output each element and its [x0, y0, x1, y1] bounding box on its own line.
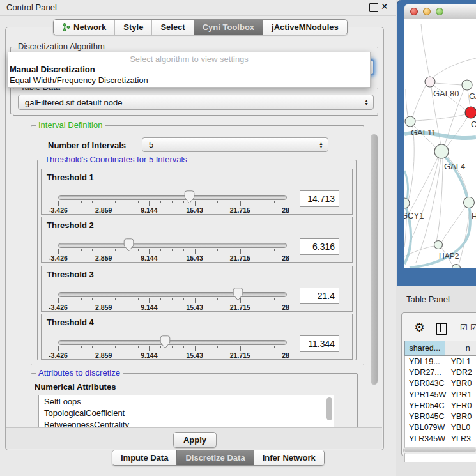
tab-impute-data[interactable]: Impute Data: [112, 450, 176, 465]
threshold-value-field[interactable]: 6.316: [300, 238, 339, 255]
table-row[interactable]: YPR145WYPR1: [405, 389, 476, 400]
slider-thumb[interactable]: [160, 335, 171, 349]
minor-tick: [70, 201, 70, 203]
table-row[interactable]: YDL19...YDL1: [405, 356, 476, 367]
tick-label: 9.144: [130, 351, 168, 359]
node-label: GAL4: [444, 162, 465, 171]
popup-option-equal-width-frequency-discretization[interactable]: Equal Width/Frequency Discretization: [8, 75, 370, 86]
network-canvas[interactable]: GAL80GACGAL11GAL4GCY1HHAP2: [404, 19, 476, 268]
slider-thumb[interactable]: [233, 288, 243, 301]
minor-tick: [252, 249, 252, 251]
tick-label: 21.715: [221, 351, 259, 359]
panel-scrollbar-thumb[interactable]: [371, 134, 378, 385]
minor-tick: [127, 298, 127, 300]
columns-icon-divider: [440, 323, 441, 332]
network-node-gal80[interactable]: [425, 77, 435, 87]
table-row[interactable]: YDR27...YDR2: [405, 367, 476, 378]
tick-label: 2.859: [84, 254, 123, 262]
column-header-name[interactable]: n: [445, 341, 476, 356]
tick-label: 9.144: [130, 254, 168, 262]
network-node-h[interactable]: [464, 197, 475, 208]
cell-shared-name: YDR27...: [405, 367, 447, 378]
tab-infer-network[interactable]: Infer Network: [254, 450, 324, 465]
control-panel-titlebar: Control Panel ✕: [0, 0, 396, 16]
table-row[interactable]: YLR345WYLR3: [405, 433, 476, 444]
minimize-traffic-light[interactable]: [423, 8, 431, 15]
gear-icon[interactable]: ⚙: [414, 320, 425, 335]
network-node-hap2[interactable]: [434, 241, 443, 249]
minor-tick: [172, 249, 173, 251]
table-row[interactable]: YBL079WYBL0: [405, 422, 476, 433]
major-tick: [58, 346, 59, 351]
attribute-item-selfloops[interactable]: SelfLoops: [39, 395, 334, 407]
cell-name: YBR0: [447, 411, 476, 422]
tab-style[interactable]: Style: [114, 20, 151, 35]
attribute-item-topologicalcoefficient[interactable]: TopologicalCoefficient: [39, 407, 334, 418]
slider-track[interactable]: [58, 292, 287, 297]
column-header-shared[interactable]: shared...: [404, 341, 445, 356]
network-node[interactable]: [452, 265, 461, 268]
float-window-icon[interactable]: [369, 3, 378, 12]
slider-track[interactable]: [58, 243, 287, 248]
tab-select[interactable]: Select: [151, 20, 193, 35]
cell-name: YLR3: [447, 433, 476, 444]
columns-icon[interactable]: [436, 323, 447, 335]
minor-tick: [229, 298, 229, 300]
tick-label: 28: [266, 303, 305, 311]
network-node-ga[interactable]: [462, 80, 472, 90]
close-traffic-light[interactable]: [410, 8, 418, 15]
tab-label: Network: [73, 22, 106, 32]
select-all-check-icon[interactable]: ☑: [460, 323, 468, 332]
table-row[interactable]: YBR045CYBR0: [405, 411, 476, 422]
table-hscrollbar-thumb[interactable]: [404, 447, 476, 452]
network-node-c[interactable]: [465, 107, 476, 118]
major-tick: [286, 346, 286, 351]
minor-tick: [263, 249, 263, 251]
minor-tick: [92, 201, 93, 203]
select-none-check-icon[interactable]: ☑: [470, 323, 476, 332]
table-data-select[interactable]: galFiltered.sif default node ▲▼: [18, 95, 374, 110]
tab-discretize-data[interactable]: Discretize Data: [176, 450, 253, 465]
major-tick: [104, 201, 104, 206]
numerical-attributes-label: Numerical Attributes: [35, 382, 116, 392]
slider-track[interactable]: [58, 195, 287, 200]
threshold-value-field[interactable]: 11.344: [300, 335, 339, 352]
network-node-gal11[interactable]: [405, 116, 415, 127]
minor-tick: [274, 346, 275, 348]
tick-label: 2.859: [84, 351, 123, 359]
minor-tick: [172, 298, 173, 300]
network-node-gal4[interactable]: [434, 144, 449, 158]
attributes-listbox[interactable]: SelfLoopsTopologicalCoefficientBetweenne…: [38, 395, 334, 427]
major-tick: [149, 249, 150, 254]
threshold-value-field[interactable]: 21.4: [300, 288, 339, 304]
network-edge: [433, 58, 476, 78]
slider-track[interactable]: [58, 340, 287, 345]
threshold-value-field[interactable]: 14.713: [300, 190, 339, 207]
slider-thumb[interactable]: [123, 238, 134, 252]
zoom-traffic-light[interactable]: [436, 8, 443, 15]
popup-option-manual-discretization[interactable]: Manual Discretization: [8, 65, 370, 75]
num-intervals-select[interactable]: 5 ▲▼: [142, 137, 328, 152]
apply-button[interactable]: Apply: [173, 432, 217, 448]
attribute-item-betweennesscentrality[interactable]: BetweennessCentrality: [39, 418, 334, 427]
tab-jactivemnodules[interactable]: jActiveMNodules: [263, 20, 347, 35]
close-icon[interactable]: ✕: [381, 1, 388, 12]
attributes-scrollbar[interactable]: [326, 397, 332, 420]
minor-tick: [81, 346, 82, 348]
slider-thumb[interactable]: [184, 190, 195, 204]
major-tick: [286, 201, 286, 206]
major-tick: [58, 249, 59, 254]
table-row[interactable]: YER054CYER0: [405, 400, 476, 411]
network-window-titlebar: [404, 4, 476, 19]
minor-tick: [115, 346, 116, 348]
minor-tick: [127, 201, 127, 203]
minor-tick: [115, 249, 116, 251]
node-label: HAP2: [439, 252, 459, 261]
minor-tick: [70, 298, 70, 300]
minor-tick: [172, 201, 173, 203]
tab-cyni-toolbox[interactable]: Cyni Toolbox: [194, 20, 263, 35]
tab-network[interactable]: Network: [54, 20, 114, 35]
threshold-label: Threshold 4: [47, 318, 94, 327]
table-row[interactable]: YBR043CYBR0: [405, 378, 476, 389]
minor-tick: [263, 298, 263, 300]
